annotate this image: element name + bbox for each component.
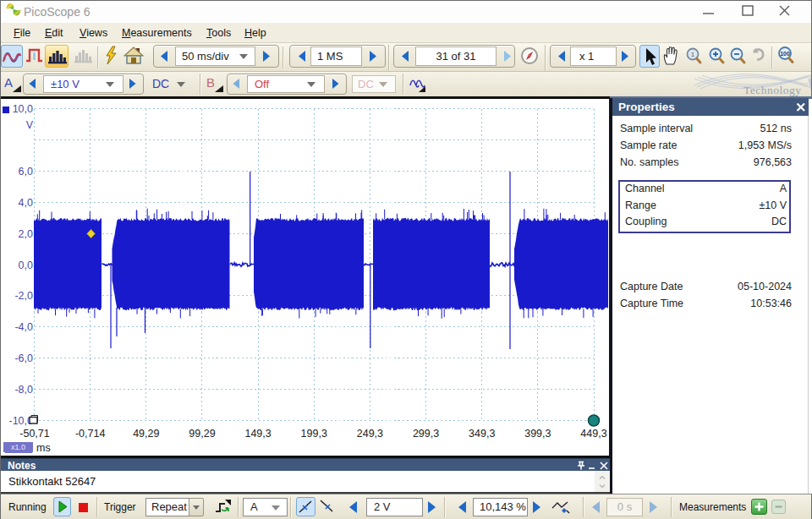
svg-text:4,0: 4,0 bbox=[19, 197, 33, 209]
svg-text:-4,0: -4,0 bbox=[14, 321, 33, 333]
svg-text:x1.0: x1.0 bbox=[11, 443, 25, 451]
svg-text:49,29: 49,29 bbox=[133, 428, 159, 440]
svg-text:-2,0: -2,0 bbox=[14, 290, 33, 302]
svg-text:-8,0: -8,0 bbox=[14, 384, 33, 396]
svg-text:10,0: 10,0 bbox=[13, 103, 33, 115]
svg-text:349,3: 349,3 bbox=[469, 428, 495, 440]
svg-text:-0,714: -0,714 bbox=[75, 428, 105, 440]
svg-text:2,0: 2,0 bbox=[19, 228, 33, 240]
svg-text:399,3: 399,3 bbox=[524, 428, 551, 440]
svg-text:149,3: 149,3 bbox=[244, 428, 271, 440]
svg-text:V: V bbox=[26, 119, 34, 131]
svg-text:299,3: 299,3 bbox=[413, 428, 439, 440]
svg-text:199,3: 199,3 bbox=[301, 428, 327, 440]
svg-text:6,0: 6,0 bbox=[19, 166, 33, 178]
svg-text:ms: ms bbox=[36, 442, 51, 454]
svg-text:100: 100 bbox=[780, 51, 790, 57]
svg-text:1: 1 bbox=[691, 51, 695, 58]
svg-text:-50,71: -50,71 bbox=[19, 428, 49, 440]
svg-text:0,0: 0,0 bbox=[19, 260, 33, 271]
svg-text:Technology: Technology bbox=[743, 84, 802, 96]
svg-text:-6,0: -6,0 bbox=[14, 352, 33, 364]
svg-text:99,29: 99,29 bbox=[189, 428, 215, 440]
svg-text:249,3: 249,3 bbox=[357, 428, 383, 440]
svg-text:449,3: 449,3 bbox=[580, 428, 606, 440]
